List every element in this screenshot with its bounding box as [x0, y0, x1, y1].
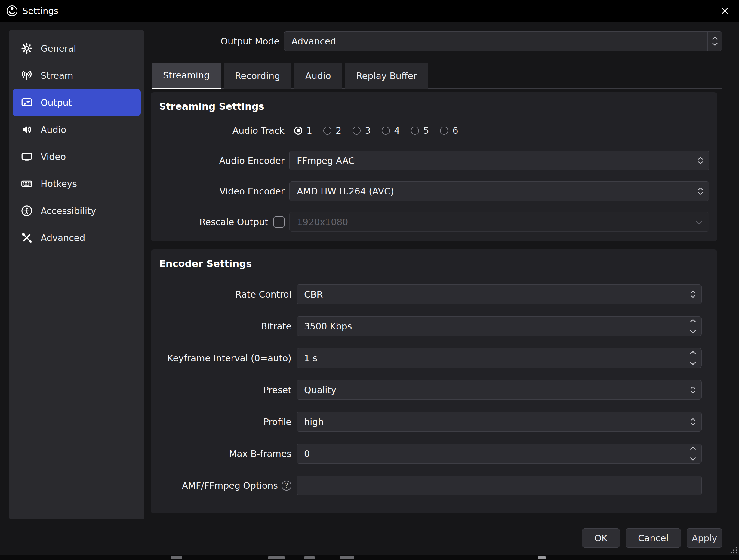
background-fragment: [340, 556, 354, 559]
speaker-icon: [20, 123, 33, 136]
chevron-updown-icon: [690, 418, 696, 426]
rate-control-select[interactable]: CBR: [297, 285, 702, 304]
background-fragment: [171, 556, 182, 559]
tab-label: Streaming: [163, 70, 209, 80]
preset-select[interactable]: Quality: [297, 380, 702, 400]
resize-grip[interactable]: [729, 546, 737, 555]
sidebar-item-hotkeys[interactable]: Hotkeys: [13, 170, 141, 197]
chevron-updown-icon: [690, 386, 696, 394]
tab-recording[interactable]: Recording: [224, 62, 291, 89]
spinner-arrows-icon[interactable]: [689, 319, 697, 334]
gear-icon: [20, 42, 33, 55]
chevron-down-icon: [695, 217, 703, 227]
rescale-resolution-combo[interactable]: 1920x1080: [289, 212, 709, 232]
radio-icon: [440, 127, 448, 135]
sidebar-item-output[interactable]: Output: [13, 89, 141, 116]
radio-label: 4: [394, 125, 400, 136]
output-mode-select[interactable]: Advanced: [284, 31, 722, 51]
sidebar-item-stream[interactable]: Stream: [13, 62, 141, 89]
audio-track-1-radio[interactable]: 1: [294, 125, 312, 136]
audio-track-3-radio[interactable]: 3: [352, 125, 371, 136]
amf-options-label-wrap: AMF/FFmpeg Options ?: [151, 480, 291, 491]
window-bottom-edge: [0, 555, 739, 560]
close-icon[interactable]: [718, 4, 732, 18]
tab-audio[interactable]: Audio: [294, 62, 342, 89]
keyboard-icon: [20, 177, 33, 190]
help-icon[interactable]: ?: [282, 481, 291, 491]
audio-track-row: Audio Track 1 2 3 4 5: [151, 124, 717, 137]
rescale-resolution-value: 1920x1080: [297, 217, 348, 227]
tab-label: Recording: [235, 71, 280, 81]
sidebar-item-video[interactable]: Video: [13, 143, 141, 170]
radio-label: 1: [306, 125, 312, 136]
tab-streaming[interactable]: Streaming: [152, 62, 221, 89]
rate-control-row: Rate Control CBR: [151, 285, 717, 304]
sidebar-item-accessibility[interactable]: Accessibility: [13, 197, 141, 224]
bitrate-spinner[interactable]: 3500 Kbps: [297, 316, 702, 336]
chevron-updown-icon[interactable]: [707, 32, 722, 51]
chevron-updown-icon: [698, 187, 704, 195]
video-encoder-select[interactable]: AMD HW H.264 (AVC): [289, 181, 709, 201]
background-fragment: [304, 556, 315, 559]
tab-label: Replay Buffer: [356, 71, 417, 81]
title-bar: Settings: [0, 0, 739, 22]
audio-encoder-select[interactable]: FFmpeg AAC: [289, 151, 709, 170]
radio-icon: [411, 127, 419, 135]
audio-encoder-value: FFmpeg AAC: [297, 155, 354, 166]
output-tabs: Streaming Recording Audio Replay Buffer: [152, 62, 428, 89]
rate-control-value: CBR: [304, 289, 323, 300]
apply-button[interactable]: Apply: [687, 528, 722, 548]
max-bframes-value: 0: [304, 448, 310, 459]
radio-selected-icon: [294, 127, 302, 135]
radio-label: 3: [365, 125, 371, 136]
profile-value: high: [304, 417, 324, 427]
audio-track-2-radio[interactable]: 2: [323, 125, 341, 136]
profile-select[interactable]: high: [297, 412, 702, 432]
settings-sidebar: General Stream Output: [9, 30, 144, 519]
rescale-output-label: Rescale Output: [199, 217, 268, 227]
audio-encoder-row: Audio Encoder FFmpeg AAC: [151, 151, 717, 170]
amf-options-row: AMF/FFmpeg Options ?: [151, 476, 717, 495]
dialog-buttons: OK Cancel Apply: [582, 528, 722, 548]
max-bframes-row: Max B-frames 0: [151, 444, 717, 463]
tools-icon: [20, 231, 33, 244]
sidebar-item-label: Stream: [41, 70, 73, 81]
display-icon: [20, 150, 33, 163]
radio-icon: [323, 127, 331, 135]
spinner-arrows-icon[interactable]: [689, 351, 697, 366]
output-mode-label: Output Mode: [152, 36, 279, 47]
bitrate-value: 3500 Kbps: [304, 321, 352, 332]
background-fragment: [538, 556, 546, 559]
keyframe-interval-spinner[interactable]: 1 s: [297, 348, 702, 368]
amf-options-field[interactable]: [297, 476, 702, 495]
amf-options-input[interactable]: [304, 480, 683, 491]
rescale-output-checkbox[interactable]: [273, 216, 285, 227]
video-encoder-value: AMD HW H.264 (AVC): [297, 186, 394, 197]
sidebar-item-label: Hotkeys: [41, 179, 77, 189]
chevron-updown-icon: [690, 291, 696, 299]
background-fragment: [268, 556, 285, 559]
accessibility-icon: [20, 204, 33, 217]
sidebar-item-general[interactable]: General: [13, 35, 141, 62]
keyframe-interval-row: Keyframe Interval (0=auto) 1 s: [151, 348, 717, 368]
video-encoder-label: Video Encoder: [151, 186, 285, 197]
sidebar-item-label: Accessibility: [41, 206, 96, 216]
bitrate-label: Bitrate: [151, 321, 291, 332]
audio-track-4-radio[interactable]: 4: [382, 125, 400, 136]
max-bframes-spinner[interactable]: 0: [297, 444, 702, 463]
sidebar-item-audio[interactable]: Audio: [13, 116, 141, 143]
ok-button[interactable]: OK: [582, 528, 620, 548]
sidebar-item-advanced[interactable]: Advanced: [13, 224, 141, 251]
cancel-button[interactable]: Cancel: [626, 528, 681, 548]
group-title: Encoder Settings: [151, 249, 717, 269]
audio-track-label: Audio Track: [151, 125, 285, 136]
streaming-settings-group: Streaming Settings Audio Track 1 2 3 4: [151, 92, 717, 241]
tab-replay-buffer[interactable]: Replay Buffer: [345, 62, 428, 89]
audio-track-5-radio[interactable]: 5: [411, 125, 429, 136]
sidebar-item-label: Advanced: [41, 233, 85, 243]
output-mode-value: Advanced: [291, 36, 336, 47]
spinner-arrows-icon[interactable]: [689, 446, 697, 461]
radio-icon: [352, 127, 360, 135]
radio-label: 6: [452, 125, 458, 136]
audio-track-6-radio[interactable]: 6: [440, 125, 458, 136]
